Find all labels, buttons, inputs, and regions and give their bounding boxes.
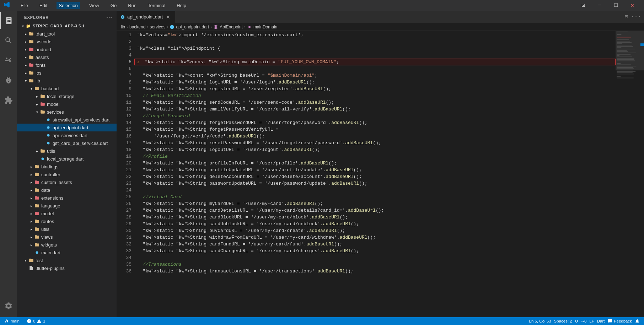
window-minimize-button[interactable]: ─: [591, 0, 608, 11]
tree-item-lib[interactable]: ▾lib: [17, 77, 117, 85]
tree-item-model2[interactable]: ▸model: [17, 210, 117, 217]
activity-extensions[interactable]: [0, 92, 17, 109]
tree-item-backend[interactable]: ▾backend: [17, 85, 117, 92]
code-line-24: [134, 187, 616, 194]
menu-terminal[interactable]: Terminal: [146, 2, 167, 9]
language-mode[interactable]: Dart: [596, 319, 606, 324]
tree-label-language: language: [41, 203, 60, 208]
menu-edit[interactable]: Edit: [37, 2, 49, 9]
svg-point-3: [47, 142, 50, 145]
tab-bar: api_endpoint.dart ✕ ⊟ ···: [117, 11, 644, 23]
activity-bar: [0, 11, 17, 317]
breadcrumb: lib › backend › services › api_endpoint.…: [117, 23, 644, 31]
tree-arrow-utils: ▸: [34, 148, 40, 154]
code-line-32: "kw">static "kw">String cardFundURL = '/…: [134, 241, 616, 248]
cursor-position[interactable]: Ln 5, Col 53: [528, 319, 553, 324]
tree-label-services: services: [47, 109, 64, 115]
tree-item-vscode[interactable]: ▸.vscode: [17, 38, 117, 45]
menu-go[interactable]: Go: [108, 2, 119, 9]
tree-item-utils2[interactable]: ▸utils: [17, 225, 117, 233]
git-branch-name: main: [11, 319, 20, 323]
tab-close-button[interactable]: ✕: [165, 14, 171, 20]
activity-run-debug[interactable]: [0, 72, 17, 89]
project-root[interactable]: ▾ 📁 STRIPE_CARD_APP-3.5.1: [17, 22, 117, 30]
code-line-28: "kw">static "kw">String cardBlockURL = '…: [134, 214, 616, 221]
menu-run[interactable]: Run: [126, 2, 139, 9]
tree-item-custom_assets[interactable]: ▸custom_assets: [17, 178, 117, 186]
bc-lib[interactable]: lib: [121, 25, 125, 29]
bc-class[interactable]: ApiEndpoint: [220, 25, 243, 29]
activity-search[interactable]: [0, 32, 17, 49]
menu-view[interactable]: View: [87, 2, 101, 9]
bc-filename[interactable]: api_endpoint.dart: [176, 25, 209, 29]
tree-item-views[interactable]: ▸views: [17, 233, 117, 241]
split-editor-icon[interactable]: ⊟: [625, 13, 628, 20]
tree-label-fonts: fonts: [36, 63, 45, 68]
tree-item-routes[interactable]: ▸routes: [17, 217, 117, 225]
tree-item-gift_card[interactable]: gift_card_api_services.dart: [17, 139, 117, 147]
line-endings[interactable]: LF: [588, 319, 595, 324]
file-tree: ▾ 📁 STRIPE_CARD_APP-3.5.1 ▸.dart_tool▸.v…: [17, 22, 117, 317]
tree-item-local_storage_dart[interactable]: local_storage.dart: [17, 155, 117, 163]
tree-icon-controller: [34, 172, 40, 177]
activity-explorer[interactable]: [0, 12, 17, 29]
tree-item-data[interactable]: ▸data: [17, 186, 117, 194]
tree-item-utils[interactable]: ▸utils: [17, 147, 117, 155]
tree-label-data: data: [41, 188, 50, 193]
tree-item-widgets[interactable]: ▸widgets: [17, 241, 117, 249]
notifications-button[interactable]: [633, 319, 641, 324]
tree-icon-api_endpoint: [45, 125, 51, 130]
tree-item-extensions[interactable]: ▸extensions: [17, 194, 117, 202]
bc-method[interactable]: mainDomain: [253, 25, 277, 29]
tree-item-api_services[interactable]: api_services.dart: [17, 131, 117, 139]
code-line-6: [134, 65, 616, 72]
tree-icon-main_dart: [34, 250, 40, 255]
tree-label-main_dart: main.dart: [41, 250, 60, 255]
sidebar-more-button[interactable]: ···: [106, 14, 112, 21]
tree-item-ios[interactable]: ▸ios: [17, 69, 117, 77]
indentation[interactable]: Spaces: 2: [553, 319, 574, 324]
window-maximize-button[interactable]: □: [608, 0, 624, 11]
active-tab[interactable]: api_endpoint.dart ✕: [117, 11, 175, 23]
tree-label-android: android: [36, 47, 51, 52]
error-count[interactable]: 0 1: [25, 319, 47, 324]
tree-item-bindings[interactable]: ▸bindings: [17, 163, 117, 170]
tree-item-controller[interactable]: ▸controller: [17, 170, 117, 178]
tree-item-dart_tool[interactable]: ▸.dart_tool: [17, 30, 117, 38]
tree-item-strowallet_api[interactable]: strowallet_api_services.dart: [17, 116, 117, 124]
tree-item-assets[interactable]: ▸assets: [17, 53, 117, 61]
tree-arrow-vscode: ▸: [23, 39, 28, 44]
tree-item-services[interactable]: ▾services: [17, 108, 117, 116]
tree-item-local_storage[interactable]: ▸local_storage: [17, 92, 117, 100]
window-close-button[interactable]: ✕: [624, 0, 640, 11]
tree-item-android[interactable]: ▸android: [17, 45, 117, 53]
tree-item-main_dart[interactable]: main.dart: [17, 249, 117, 256]
tree-item-test[interactable]: ▸test: [17, 256, 117, 264]
code-editor: 1234567891011121314151617181920212223242…: [117, 31, 644, 317]
bc-services[interactable]: services: [150, 25, 165, 29]
tree-item-flutter_plugins[interactable]: .flutter-plugins: [17, 264, 117, 272]
window-split-button[interactable]: ⊡: [575, 0, 591, 11]
tree-item-model[interactable]: ▸model: [17, 100, 117, 108]
menu-file[interactable]: File: [18, 2, 30, 9]
code-content[interactable]: "kw">class="kw">import '/extensions/cust…: [134, 31, 616, 317]
code-line-22: "kw">static "kw">String deleteAccountURL…: [134, 173, 616, 180]
activity-settings[interactable]: [0, 297, 17, 314]
tab-filename: api_endpoint.dart: [127, 14, 163, 20]
git-branch[interactable]: main: [3, 319, 21, 324]
activity-source-control[interactable]: [0, 52, 17, 69]
tree-item-api_endpoint[interactable]: api_endpoint.dart: [17, 124, 117, 131]
tree-item-fonts[interactable]: ▸fonts: [17, 61, 117, 69]
bc-backend[interactable]: backend: [129, 25, 145, 29]
code-line-23: "kw">static "kw">String passwordUpdateUR…: [134, 180, 616, 187]
tree-label-ios: ios: [36, 70, 42, 76]
code-line-36: "kw">static "kw">String transactionsURL …: [134, 268, 616, 275]
code-line-20: "kw">static "kw">String profileInfoURL =…: [134, 160, 616, 167]
menu-help[interactable]: Help: [175, 2, 188, 9]
more-actions-icon[interactable]: ···: [631, 13, 641, 20]
tree-icon-test: [28, 258, 34, 263]
menu-selection[interactable]: Selection: [57, 2, 80, 9]
feedback-button[interactable]: Feedback: [606, 319, 633, 324]
file-encoding[interactable]: UTF-8: [574, 319, 588, 324]
tree-item-language[interactable]: ▸language: [17, 202, 117, 210]
